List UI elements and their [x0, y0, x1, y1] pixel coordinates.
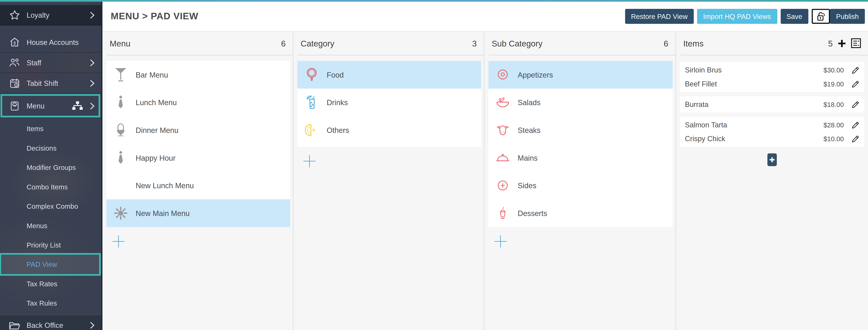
- sidebar-item-label: Loyalty: [27, 11, 50, 19]
- pencil-icon[interactable]: [851, 66, 859, 74]
- sidebar-item-label: Back Office: [27, 321, 63, 329]
- sidebar-item-label: Tabit Shift: [27, 79, 58, 87]
- salad-bowl-icon: [495, 96, 510, 109]
- items-column: Items 5 Sirloin Brus $30.00: [676, 32, 868, 330]
- sidebar-item-tax-rates[interactable]: Tax Rates: [0, 274, 101, 293]
- menu-row-label: New Main Menu: [136, 209, 190, 218]
- save-button[interactable]: Save: [780, 9, 808, 24]
- category-column: Category 3 Food Drinks: [293, 32, 484, 330]
- restore-pad-view-button[interactable]: Restore PAD View: [625, 9, 694, 24]
- breadcrumb-page: PAD VIEW: [151, 11, 198, 21]
- subcategory-row-steaks[interactable]: Steaks: [488, 117, 673, 144]
- menu-row-label: Happy Hour: [136, 154, 176, 162]
- header-actions: Restore PAD View Import HQ PAD Views Sav…: [625, 9, 865, 24]
- add-item-button[interactable]: [767, 154, 777, 166]
- item-price: $10.00: [824, 135, 844, 142]
- add-menu-button[interactable]: [111, 234, 126, 249]
- sidebar-item-menus[interactable]: Menus: [0, 216, 101, 235]
- sidebar-item-pad-view[interactable]: PAD View: [0, 255, 101, 274]
- lemon-slice-icon: [304, 123, 319, 137]
- menu-row-label: Bar Menu: [136, 71, 168, 79]
- import-hq-pad-views-button[interactable]: Import HQ PAD Views: [697, 9, 777, 24]
- pan-icon: [304, 67, 319, 82]
- sidebar-item-complex-combo[interactable]: Complex Combo: [0, 197, 101, 216]
- unlocked-padlock-icon[interactable]: [812, 9, 830, 24]
- cocktail-glass-icon: [304, 95, 319, 110]
- item-name: Sirloin Brus: [685, 66, 722, 74]
- publish-button[interactable]: Publish: [830, 9, 865, 24]
- pencil-icon[interactable]: [851, 121, 859, 129]
- sidebar-item-combo-items[interactable]: Combo Items: [0, 177, 101, 197]
- item-list-icon[interactable]: [851, 38, 861, 48]
- sidebar: Promotions Loyalty $ House Accounts: [0, 0, 102, 330]
- category-list: Food Drinks Others: [297, 61, 481, 147]
- item-price: $18.00: [824, 100, 844, 108]
- items-list-body: Sirloin Brus $30.00 Beef Fillet $19.00: [676, 55, 868, 166]
- pencil-icon[interactable]: [851, 80, 859, 88]
- add-category-button[interactable]: [302, 154, 317, 168]
- subcategory-row-label: Steaks: [518, 126, 540, 134]
- item-row-burrata[interactable]: Burrata $18.00: [680, 97, 864, 111]
- item-name: Beef Fillet: [685, 80, 717, 88]
- sidebar-item-menu[interactable]: Menu: [0, 96, 101, 116]
- pad-view-columns: Menu 6 Bar Menu Lunch M: [102, 32, 868, 330]
- item-row-sirloin-brus[interactable]: Sirloin Brus $30.00: [680, 63, 864, 77]
- items-header-actions: 5: [828, 38, 861, 48]
- egg-cup-icon: [113, 123, 128, 137]
- item-row-beef-fillet[interactable]: Beef Fillet $19.00: [680, 77, 864, 91]
- breadcrumb-section[interactable]: MENU: [111, 11, 139, 21]
- column-title: Sub Category: [492, 38, 542, 48]
- category-row-drinks[interactable]: Drinks: [297, 89, 481, 117]
- menu-row-dinner-menu[interactable]: Dinner Menu: [106, 117, 290, 144]
- sidebar-item-items[interactable]: Items: [0, 119, 101, 138]
- necktie-icon: [113, 150, 128, 166]
- pencil-icon[interactable]: [851, 135, 859, 142]
- house-dollar-icon: $: [7, 37, 22, 47]
- subcategory-row-label: Mains: [518, 154, 538, 162]
- star-icon: [7, 10, 22, 20]
- menu-row-label: Lunch Menu: [136, 98, 177, 106]
- menu-row-lunch-menu[interactable]: Lunch Menu: [106, 89, 290, 117]
- pencil-icon[interactable]: [851, 100, 859, 108]
- menu-row-happy-hour[interactable]: Happy Hour: [106, 144, 290, 172]
- subcategory-row-appetizers[interactable]: Appetizers: [488, 61, 673, 89]
- subcategory-row-desserts[interactable]: Desserts: [488, 199, 673, 227]
- item-row-crispy-chick[interactable]: Crispy Chick $10.00: [680, 132, 864, 145]
- sidebar-item-loyalty[interactable]: Loyalty: [0, 5, 101, 25]
- sidebar-item-tabit-shift[interactable]: Tabit Shift: [0, 73, 101, 94]
- column-title: Items: [683, 38, 704, 48]
- column-title: Menu: [110, 38, 130, 48]
- menu-count: 6: [281, 38, 286, 48]
- subcategory-row-mains[interactable]: Mains: [488, 144, 673, 172]
- sidebar-item-label: Menus: [27, 222, 47, 229]
- sidebar-item-priority-list[interactable]: Priority List: [0, 235, 101, 255]
- sidebar-item-tax-rules[interactable]: Tax Rules: [0, 293, 101, 313]
- circle-plus-icon: [495, 178, 510, 193]
- category-count: 3: [472, 38, 476, 48]
- category-row-label: Food: [327, 71, 344, 79]
- category-row-others[interactable]: Others: [297, 117, 481, 144]
- subcategory-row-salads[interactable]: Salads: [488, 89, 673, 117]
- menu-list: Bar Menu Lunch Menu Dinner Menu: [106, 61, 290, 227]
- sidebar-item-back-office[interactable]: Back Office: [0, 315, 101, 330]
- sidebar-item-label: Combo Items: [27, 183, 68, 191]
- subcategory-row-sides[interactable]: Sides: [488, 172, 673, 199]
- sidebar-item-decisions[interactable]: Decisions: [0, 138, 101, 158]
- item-price: $28.00: [824, 121, 844, 129]
- item-row-salmon-tarta[interactable]: Salmon Tarta $28.00: [680, 118, 864, 132]
- menu-row-new-lunch-menu[interactable]: New Lunch Menu: [106, 172, 290, 199]
- items-count: 5: [828, 38, 833, 48]
- menu-row-bar-menu[interactable]: Bar Menu: [106, 61, 290, 89]
- menu-card-icon: [7, 100, 22, 111]
- staff-icon: [7, 58, 22, 68]
- menu-column-header: Menu 6: [102, 32, 293, 55]
- add-subcategory-button[interactable]: [493, 234, 508, 249]
- cow-icon: [495, 123, 510, 137]
- sidebar-item-label: Items: [27, 125, 43, 133]
- sidebar-item-house-accounts[interactable]: $ House Accounts: [0, 32, 101, 53]
- category-row-food[interactable]: Food: [297, 61, 481, 89]
- sidebar-item-staff[interactable]: Staff: [0, 53, 101, 73]
- add-icon[interactable]: [838, 39, 846, 47]
- sidebar-item-modifier-groups[interactable]: Modifier Groups: [0, 158, 101, 177]
- menu-row-new-main-menu[interactable]: New Main Menu: [106, 199, 290, 227]
